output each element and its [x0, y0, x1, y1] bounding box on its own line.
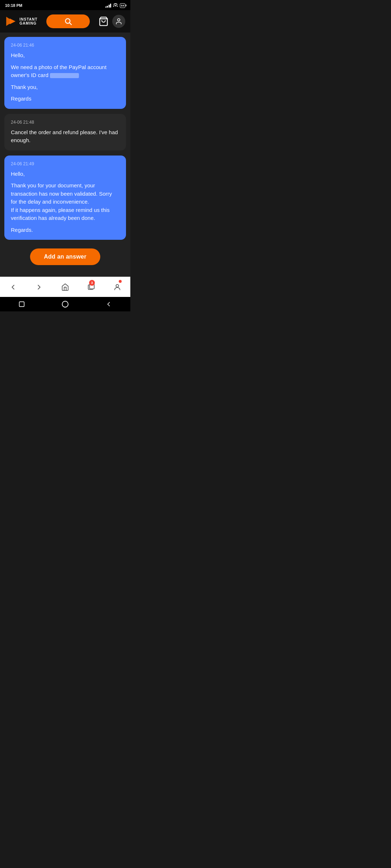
user-icon — [115, 18, 122, 25]
message-1-text: Hello, We need a photo of the PayPal acc… — [11, 51, 119, 103]
main-content: 24-06 21:46 Hello, We need a photo of th… — [0, 33, 130, 277]
msg1-p2: We need a photo of the PayPal account ow… — [11, 63, 119, 80]
bottom-nav: 3 — [0, 277, 130, 297]
message-2: 24-06 21:48 Cancel the order and refund … — [4, 114, 126, 150]
status-bar: 10:18 PM 64 — [0, 0, 130, 10]
nav-profile-button[interactable] — [104, 277, 130, 297]
search-button[interactable] — [46, 14, 90, 28]
home-icon — [61, 283, 69, 291]
header-icons — [98, 15, 125, 28]
svg-point-10 — [62, 301, 68, 307]
nav-forward-button[interactable] — [26, 277, 52, 297]
message-3-timestamp: 24-06 21:49 — [11, 161, 119, 166]
android-recent-button[interactable] — [18, 301, 25, 308]
svg-marker-1 — [10, 18, 16, 24]
message-1: 24-06 21:46 Hello, We need a photo of th… — [4, 37, 126, 109]
svg-point-5 — [118, 19, 120, 21]
profile-icon — [113, 283, 121, 291]
logo-line2: GAMING — [20, 21, 38, 25]
tabs-badge: 3 — [89, 280, 95, 286]
add-answer-button[interactable]: Add an answer — [30, 248, 100, 265]
message-3: 24-06 21:49 Hello, Thank you for your do… — [4, 156, 126, 240]
msg1-p3: Thank you, — [11, 83, 119, 92]
android-nav — [0, 297, 130, 311]
android-home-icon — [61, 300, 69, 308]
msg2-p1: Cancel the order and refund please. I've… — [11, 128, 119, 145]
recent-apps-icon — [18, 301, 25, 308]
status-icons: 64 — [105, 3, 125, 8]
nav-tabs-button[interactable]: 3 — [78, 277, 104, 297]
svg-point-8 — [116, 284, 118, 287]
wifi-icon — [113, 3, 118, 8]
status-time: 10:18 PM — [5, 3, 22, 8]
android-home-button[interactable] — [61, 300, 69, 308]
msg3-p3: Regards. — [11, 226, 119, 234]
cart-button[interactable] — [98, 16, 109, 26]
logo-text: INSTANT GAMING — [20, 17, 38, 25]
user-button[interactable] — [112, 15, 125, 28]
forward-icon — [35, 283, 43, 291]
add-answer-area: Add an answer — [4, 245, 126, 272]
svg-rect-9 — [19, 302, 24, 306]
cart-icon — [98, 16, 109, 26]
battery-icon: 64 — [120, 3, 125, 8]
redacted-text — [50, 73, 79, 78]
profile-badge-dot — [119, 280, 122, 283]
signal-icon — [105, 3, 112, 8]
msg1-p1: Hello, — [11, 51, 119, 60]
msg3-p2: Thank you for your document, your transa… — [11, 182, 119, 222]
message-2-text: Cancel the order and refund please. I've… — [11, 128, 119, 145]
message-2-timestamp: 24-06 21:48 — [11, 120, 119, 125]
search-icon — [64, 17, 72, 25]
header: INSTANT GAMING — [0, 10, 130, 33]
nav-home-button[interactable] — [52, 277, 78, 297]
battery-level: 64 — [121, 4, 124, 7]
svg-line-3 — [70, 23, 71, 25]
logo-icon — [5, 16, 17, 27]
msg1-p4: Regards — [11, 95, 119, 103]
nav-back-button[interactable] — [0, 277, 26, 297]
back-icon — [9, 283, 17, 291]
logo-area: INSTANT GAMING — [5, 16, 38, 27]
message-3-text: Hello, Thank you for your document, your… — [11, 170, 119, 234]
msg3-p1: Hello, — [11, 170, 119, 178]
logo-line1: INSTANT — [20, 17, 38, 21]
android-back-icon — [105, 301, 112, 308]
android-back-button[interactable] — [105, 301, 112, 308]
message-1-timestamp: 24-06 21:46 — [11, 43, 119, 48]
